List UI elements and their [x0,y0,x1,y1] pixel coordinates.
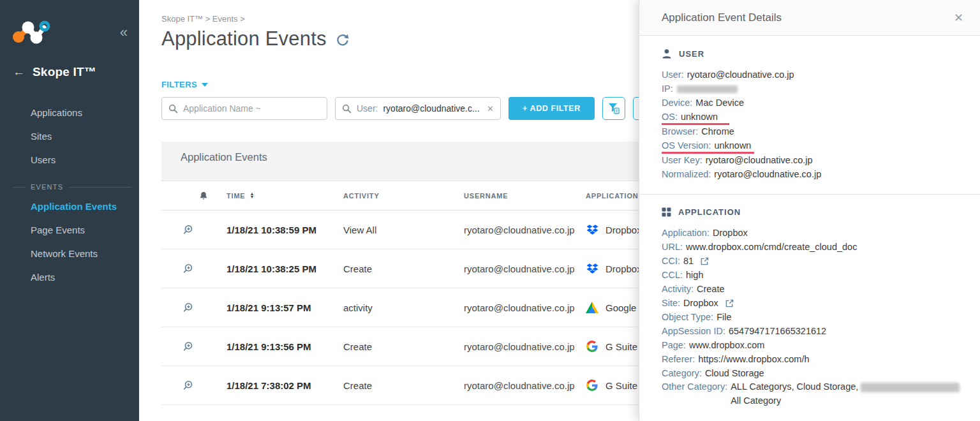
detail-field-cci: CCI:81 [662,255,967,269]
column-time[interactable]: TIME ▲▼ [226,192,343,200]
user-section-label: USER [679,49,704,59]
event-username: ryotaro@cloudnative.co.jp [464,380,581,391]
event-application: G Suite [605,341,637,352]
remove-filter-icon[interactable]: ✕ [484,104,494,114]
application-section-label: APPLICATION [678,207,741,217]
detail-field: Page:www.dropbox.com [662,339,967,353]
user-section: USER User:ryotaro@cloudnative.co.jp IP: … [662,36,967,181]
detail-field: URL:www.dropbox.com/cmd/create_cloud_doc [662,240,967,255]
column-activity[interactable]: ACTIVITY [343,192,464,200]
sidebar-item-page-events[interactable]: Page Events [0,218,139,242]
zoom-in-icon[interactable] [182,302,226,313]
event-details-panel: Application Event Details ✕ USER User:ry… [639,0,980,421]
event-time: 1/18/21 10:38:25 PM [226,263,343,274]
event-username: ryotaro@cloudnative.co.jp [464,341,581,352]
event-activity: Create [343,341,464,352]
event-time: 1/18/21 10:38:59 PM [226,225,343,235]
google-g-icon [586,340,598,353]
detail-field-os: OS:unknown [662,110,967,125]
external-link-icon[interactable] [701,257,709,265]
funnel-document-icon [607,102,620,115]
google-g-icon [586,379,598,392]
events-section-label: EVENTS [31,183,63,191]
event-application: Dropbox [605,263,642,274]
detail-field: Browser:Chrome [662,125,967,139]
sidebar-item-users[interactable]: Users [0,148,139,172]
detail-field-site: Site:Dropbox [662,297,967,311]
sidebar-item-sites[interactable]: Sites [0,124,139,148]
redacted-value [861,383,960,392]
dropbox-icon [586,262,598,275]
red-underline: OS:unknown [662,112,729,125]
filters-label: FILTERS [161,80,197,89]
sidebar-title-label: Skope IT™ [33,65,96,79]
detail-field: IP: [662,82,967,96]
event-username: ryotaro@cloudnative.co.jp [464,263,581,274]
detail-field: Device:Mac Device [662,96,967,110]
search-icon [168,104,178,114]
zoom-in-icon[interactable] [182,380,226,391]
event-activity: Create [343,263,464,274]
user-filter-value: ryotaro@cloudnative.c... [383,103,479,114]
event-time: 1/18/21 7:38:02 PM [226,380,343,391]
details-panel-title: Application Event Details [662,11,782,24]
sidebar-collapse-icon[interactable]: « [120,26,128,40]
event-application: Dropbox [605,225,642,235]
detail-field-other-category: Other Category: ALL Categorys, Cloud Sto… [662,380,967,408]
external-link-icon[interactable] [725,299,734,307]
detail-field: Normalized:ryotaro@cloudnative.co.jp [662,168,967,182]
sort-icon[interactable]: ▲▼ [249,193,255,198]
sidebar-item-alerts[interactable]: Alerts [0,265,139,289]
application-name-input[interactable] [183,103,320,114]
zoom-in-icon[interactable] [182,263,226,274]
redacted-value [677,85,738,93]
detail-field: Application:Dropbox [662,226,967,240]
event-application: G Suite [605,380,637,391]
search-icon [342,104,352,114]
filter-list-button[interactable] [602,97,625,120]
column-username[interactable]: USERNAME [464,192,586,200]
back-arrow-icon[interactable]: ← [13,65,25,79]
chevron-down-icon [202,83,208,87]
event-activity: View All [343,225,464,235]
detail-field: User Key:ryotaro@cloudnative.co.jp [662,154,967,168]
application-name-filter[interactable] [161,97,327,120]
application-grid-icon [662,207,671,217]
sidebar-nav: Applications Sites Users EVENTS Applicat… [0,101,139,289]
sidebar-item-applications[interactable]: Applications [0,101,139,124]
events-section-divider: EVENTS [13,183,131,191]
event-username: ryotaro@cloudnative.co.jp [464,302,581,313]
event-activity: activity [343,302,464,313]
sidebar-title: ← Skope IT™ [0,65,139,79]
sidebar-item-network-events[interactable]: Network Events [0,242,139,265]
user-filter-chip[interactable]: User: ryotaro@cloudnative.c... ✕ [335,97,501,120]
detail-field: AppSession ID:6547947171665321612 [662,325,967,339]
event-time: 1/18/21 9:13:57 PM [226,302,343,313]
detail-field-os-version: OS Version:unknown [662,139,967,154]
sidebar-item-application-events[interactable]: Application Events [0,195,139,218]
netskope-logo-icon [11,19,51,48]
google-drive-icon [586,301,598,314]
detail-field: CCL:high [662,269,967,283]
detail-field: Referer:https://www.dropbox.com/h [662,353,967,367]
red-underline: OS Version:unknown [662,140,754,154]
filters-toggle[interactable]: FILTERS [161,80,208,89]
application-section: APPLICATION Application:Dropbox URL:www.… [662,195,967,408]
page-title: Application Events [161,27,327,50]
add-filter-button[interactable]: + ADD FILTER [509,97,595,120]
user-icon [662,48,672,59]
user-filter-label: User: [357,103,378,114]
refresh-icon[interactable] [336,33,350,47]
detail-field: Object Type:File [662,311,967,325]
dropbox-icon [586,223,598,236]
event-activity: Create [343,380,464,391]
detail-field: Category:Cloud Storage [662,367,967,381]
zoom-in-icon[interactable] [182,225,226,235]
detail-field: User:ryotaro@cloudnative.co.jp [662,68,967,82]
zoom-in-icon[interactable] [182,341,226,352]
event-time: 1/18/21 9:13:56 PM [226,341,343,352]
close-icon[interactable]: ✕ [954,11,963,25]
detail-field: Activity:Create [662,283,967,297]
bell-icon [198,191,209,201]
event-username: ryotaro@cloudnative.co.jp [464,225,581,235]
